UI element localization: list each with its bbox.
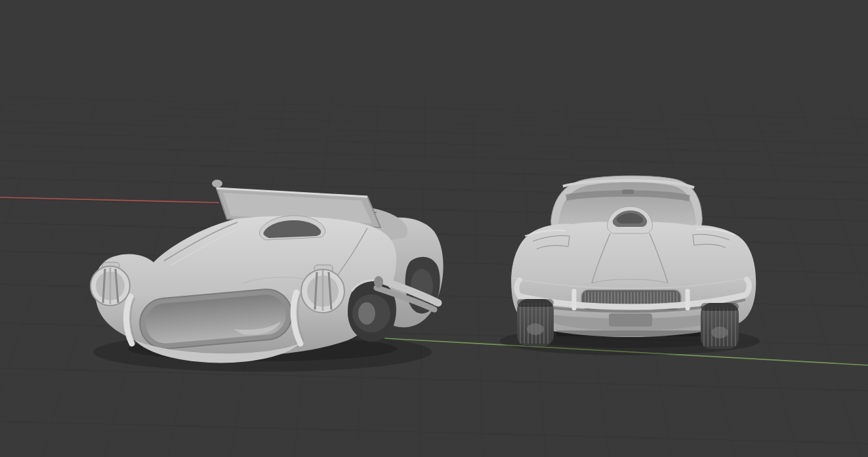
3d-viewport[interactable] xyxy=(0,0,868,457)
coupe-front-tire-left xyxy=(517,299,554,346)
roadster-mirror xyxy=(212,180,222,188)
coupe-rearview-mirror xyxy=(622,189,634,194)
viewport-canvas[interactable] xyxy=(0,0,868,457)
coupe-front-tire-right xyxy=(701,303,739,349)
viewport-background xyxy=(0,0,868,457)
